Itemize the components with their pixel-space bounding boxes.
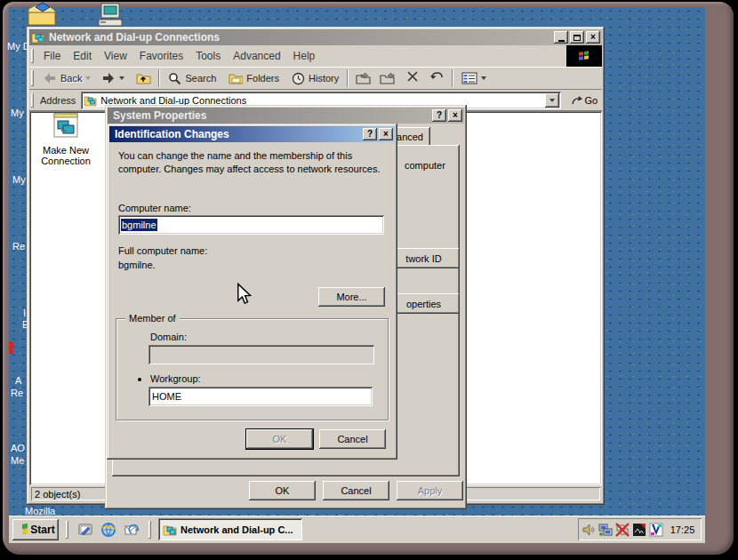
cancel-button[interactable]: Cancel	[323, 481, 389, 500]
history-button[interactable]: History	[288, 70, 342, 87]
ok-button[interactable]: OK	[249, 481, 316, 500]
computer-name-selected-text: bgmilne	[121, 219, 157, 231]
menu-advanced[interactable]: Advanced	[227, 46, 286, 66]
more-button[interactable]: More...	[318, 287, 385, 307]
desktop-label-fragment[interactable]: I	[23, 308, 26, 318]
dialog-description-line1: You can change the name and the membersh…	[118, 150, 352, 161]
network-id-button[interactable]: twork ID	[388, 248, 460, 268]
make-new-connection-item[interactable]: Make New Connection	[36, 113, 95, 166]
desktop-label-fragment[interactable]: Re	[12, 241, 25, 252]
desktop-label-fragment[interactable]: Re	[11, 388, 23, 398]
menubar-grip[interactable]	[31, 49, 34, 63]
undo-icon	[429, 70, 444, 83]
close-button[interactable]: ×	[586, 31, 600, 44]
start-button[interactable]: Start	[12, 519, 59, 540]
delete-x-icon	[406, 70, 419, 83]
help-button[interactable]: ?	[363, 128, 377, 140]
history-clock-icon	[292, 72, 305, 85]
copy-to-button[interactable]	[353, 70, 373, 87]
system-properties-title: System Properties	[113, 109, 206, 122]
member-of-group: Member of Domain: Workgroup: HOME	[116, 318, 389, 420]
addressbar-grip[interactable]	[31, 93, 34, 108]
views-button[interactable]	[458, 70, 490, 86]
tray-network-icon[interactable]	[598, 523, 613, 537]
menu-tools[interactable]: Tools	[189, 46, 227, 66]
close-button[interactable]: ×	[448, 109, 462, 122]
taskbar-grip[interactable]	[148, 521, 151, 539]
menu-edit[interactable]: Edit	[67, 46, 98, 66]
move-to-folder-icon	[380, 72, 395, 85]
toolbar-grip[interactable]	[31, 70, 34, 86]
tray-clock[interactable]: 17:25	[663, 524, 702, 535]
identification-changes-titlebar[interactable]: Identification Changes ? ×	[109, 126, 395, 142]
taskbar-grip[interactable]	[66, 521, 68, 539]
full-computer-name-value: bgmilne.	[118, 260, 156, 270]
make-new-connection-label-line1: Make New	[36, 145, 95, 156]
search-icon	[168, 72, 181, 85]
quicklaunch-show-desktop-icon[interactable]	[77, 522, 93, 538]
cancel-button[interactable]: Cancel	[319, 429, 386, 449]
computer-name-field[interactable]: bgmilne	[118, 215, 384, 235]
quicklaunch-internet-explorer-icon[interactable]	[100, 522, 116, 538]
help-button[interactable]: ?	[432, 109, 446, 122]
minimize-button[interactable]	[554, 31, 568, 44]
maximize-button[interactable]	[570, 31, 584, 44]
address-dropdown-button[interactable]	[545, 93, 559, 108]
desktop-label-fragment[interactable]: A	[15, 375, 21, 386]
system-tray: 17:25	[578, 518, 702, 540]
system-properties-titlebar[interactable]: System Properties ? ×	[108, 108, 464, 124]
views-grid-icon	[461, 72, 477, 84]
mouse-cursor	[237, 283, 253, 309]
tray-volume-icon[interactable]	[582, 523, 596, 537]
menu-file[interactable]: File	[37, 46, 67, 66]
desktop-label-fragment[interactable]: My	[11, 108, 24, 118]
toolbar-separator	[347, 69, 349, 87]
apply-button[interactable]: Apply	[397, 481, 463, 500]
delete-button[interactable]	[403, 68, 422, 88]
task-button-network-connections[interactable]: Network and Dial-up C...	[158, 518, 302, 540]
dialog-description-line2: computer. Changes may affect access to n…	[118, 164, 381, 174]
desktop-icon-fragment	[9, 341, 13, 354]
desktop-label-fragment[interactable]: Me	[11, 455, 24, 466]
network-folder-icon	[31, 31, 45, 44]
properties-button[interactable]: operties	[388, 293, 460, 314]
menu-help[interactable]: Help	[287, 46, 322, 66]
back-button[interactable]: Back	[39, 70, 94, 86]
quicklaunch-outlook-express-icon[interactable]	[124, 522, 140, 538]
undo-button[interactable]	[426, 68, 447, 88]
folders-button[interactable]: Folders	[225, 70, 283, 86]
window-titlebar[interactable]: Network and Dial-up Connections ×	[29, 29, 602, 45]
member-of-label: Member of	[125, 313, 180, 324]
windows-flag-icon	[16, 524, 28, 535]
toolbar: Back Search	[29, 67, 602, 90]
toolbar-separator	[158, 69, 160, 87]
desktop-label-fragment[interactable]: AO	[11, 443, 25, 453]
workgroup-field[interactable]: HOME	[148, 387, 373, 406]
domain-field[interactable]	[148, 345, 374, 364]
tray-network-disconnected-icon[interactable]	[615, 523, 630, 537]
menu-bar: File Edit View Favorites Tools Advanced …	[29, 45, 602, 67]
back-arrow-icon	[43, 72, 57, 84]
my-documents-icon[interactable]	[27, 2, 57, 27]
search-button[interactable]: Search	[164, 70, 220, 87]
up-button[interactable]	[133, 70, 154, 86]
workgroup-label[interactable]: Workgroup:	[150, 373, 201, 384]
tray-graphics-utility-icon[interactable]	[632, 523, 646, 537]
desktop-label-fragment[interactable]: My	[12, 174, 26, 185]
go-button[interactable]: Go	[568, 92, 600, 109]
tray-v-utility-icon[interactable]	[649, 523, 663, 537]
move-to-button[interactable]	[377, 70, 397, 87]
domain-label[interactable]: Domain:	[150, 332, 187, 342]
windows-logo-throbber	[566, 45, 602, 67]
menu-view[interactable]: View	[98, 46, 133, 66]
close-button[interactable]: ×	[379, 128, 393, 140]
menu-favorites[interactable]: Favorites	[133, 46, 189, 66]
forward-button[interactable]	[98, 70, 128, 86]
ok-button[interactable]: OK	[246, 429, 313, 449]
up-folder-icon	[136, 72, 151, 84]
status-pane-objects: 2 object(s)	[31, 487, 106, 500]
address-label: Address	[40, 95, 76, 106]
my-computer-icon[interactable]	[96, 2, 124, 27]
forward-arrow-icon	[101, 72, 116, 84]
go-arrow-icon	[572, 95, 583, 106]
